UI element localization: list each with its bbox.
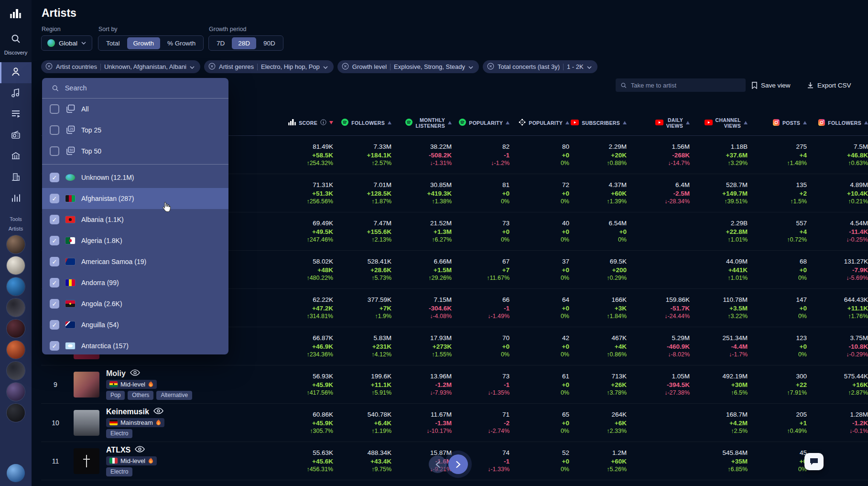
sortby-option-growth[interactable]: Growth <box>127 37 161 49</box>
support-chat-button[interactable] <box>804 453 824 470</box>
dropdown-option-american-samoa-19-[interactable]: ✓American Samoa (19) <box>42 251 228 272</box>
dropdown-search-input[interactable] <box>65 84 219 92</box>
checkbox-checked[interactable]: ✓ <box>50 257 59 266</box>
artist-thumbnail[interactable] <box>74 448 99 474</box>
genre-tag[interactable]: Alternative <box>156 391 192 400</box>
artist-search-input[interactable] <box>631 82 741 89</box>
sidebar-item-playlists[interactable] <box>0 104 32 125</box>
dropdown-option-unknown-12-1m-[interactable]: ✓Unknown (12.1M) <box>42 167 228 188</box>
genre-tag[interactable]: Others <box>128 391 153 400</box>
filter-chip-artist-genres[interactable]: Artist genresElectro, Hip hop, Pop <box>204 60 334 73</box>
app-logo-icon[interactable] <box>0 0 32 28</box>
dropdown-option-top-50[interactable]: 50Top 50 <box>42 141 228 162</box>
pinned-artist-avatar[interactable] <box>7 298 25 317</box>
column-header-instagram-followers[interactable]: FOLLOWERS <box>808 119 868 127</box>
sort-ascending-icon[interactable] <box>864 121 868 124</box>
sidebar-item-charts[interactable] <box>0 188 32 210</box>
save-view-button[interactable]: Save view <box>751 79 791 91</box>
remove-filter-icon[interactable] <box>487 63 494 71</box>
sortby-option--growth[interactable]: % Growth <box>161 37 202 49</box>
sort-ascending-icon[interactable] <box>448 121 452 124</box>
dropdown-option-andorra-99-[interactable]: ✓Andorra (99) <box>42 272 228 293</box>
dropdown-option-afghanistan-287-[interactable]: ✓Afghanistan (287) <box>42 188 228 209</box>
sidebar-item-radio[interactable] <box>0 125 32 146</box>
growth-period-option-90d[interactable]: 90D <box>257 37 282 49</box>
column-header-youtube-channel-views[interactable]: CHANNEL VIEWS <box>691 117 749 129</box>
artist-thumbnail[interactable] <box>74 372 99 398</box>
sort-ascending-icon[interactable] <box>388 121 391 124</box>
dropdown-option-anguilla-54-[interactable]: ✓Anguilla (54) <box>42 314 228 335</box>
pinned-artist-avatar[interactable] <box>7 362 25 380</box>
dropdown-option-albania-1-1k-[interactable]: ✓Albania (1.1K) <box>42 209 228 230</box>
user-avatar[interactable] <box>7 464 25 482</box>
sidebar-item-artists[interactable] <box>0 62 32 83</box>
pinned-artist-avatar[interactable] <box>7 383 25 401</box>
watch-eye-icon[interactable] <box>130 369 140 378</box>
pinned-artist-avatar[interactable] <box>7 341 25 359</box>
checkbox-checked[interactable]: ✓ <box>50 236 59 245</box>
sort-ascending-icon[interactable] <box>623 121 627 124</box>
genre-tag[interactable]: Electro <box>106 467 132 476</box>
pinned-artist-avatar[interactable] <box>7 320 25 338</box>
dropdown-option-algeria-1-8k-[interactable]: ✓Algeria (1.8K) <box>42 230 228 251</box>
table-row-moliy[interactable]: 9MoliyMid-levelPopOthersAlternative56.93… <box>41 365 868 404</box>
sortby-option-total[interactable]: Total <box>100 37 126 49</box>
genre-tag[interactable]: Electro <box>106 429 132 438</box>
watch-eye-icon[interactable] <box>135 446 145 454</box>
column-header-viberate-score[interactable]: SCORE <box>271 119 334 126</box>
checkbox-unchecked[interactable] <box>50 146 59 156</box>
column-header-spotify-followers[interactable]: FOLLOWERS <box>334 119 392 127</box>
checkbox-checked[interactable]: ✓ <box>50 341 59 351</box>
remove-filter-icon[interactable] <box>208 63 216 71</box>
sort-ascending-icon[interactable] <box>506 121 510 124</box>
checkbox-unchecked[interactable] <box>50 125 59 135</box>
checkbox-checked[interactable]: ✓ <box>50 320 59 330</box>
artist-name[interactable]: ATLXS <box>106 446 130 454</box>
sort-ascending-icon[interactable] <box>686 121 690 124</box>
next-page-button[interactable] <box>448 454 468 474</box>
column-header-dots-popularity[interactable]: POPULARITY <box>510 119 570 127</box>
checkbox-checked[interactable]: ✓ <box>50 215 59 224</box>
column-header-youtube-subscribers[interactable]: SUBSCRIBERS <box>570 120 628 126</box>
table-row-keinemusik[interactable]: 10KeinemusikMainstreamElectro60.86K+45.9… <box>41 404 868 442</box>
checkbox-checked[interactable]: ✓ <box>50 194 59 203</box>
prev-page-button[interactable] <box>429 455 446 473</box>
sort-descending-icon[interactable] <box>329 121 333 124</box>
dropdown-option-antarctica-157-[interactable]: ✓Antarctica (157) <box>42 335 228 354</box>
column-header-youtube-daily-views[interactable]: DAILY VIEWS <box>628 117 691 129</box>
column-header-spotify-popularity[interactable]: POPULARITY <box>453 119 510 127</box>
remove-filter-icon[interactable] <box>45 63 53 71</box>
sort-ascending-icon[interactable] <box>803 121 807 124</box>
search-icon[interactable] <box>0 28 32 50</box>
checkbox-checked[interactable]: ✓ <box>50 278 59 287</box>
artist-thumbnail[interactable] <box>74 410 99 436</box>
pinned-artist-avatar[interactable] <box>7 404 25 422</box>
sort-ascending-icon[interactable] <box>565 121 569 124</box>
artist-name[interactable]: Keinemusik <box>106 408 149 416</box>
column-header-spotify-monthly-listeners[interactable]: MONTHLY LISTENERS <box>392 117 453 129</box>
dropdown-option-all[interactable]: All <box>42 99 228 120</box>
column-header-instagram-posts[interactable]: POSTS <box>749 119 808 127</box>
growth-period-option-28d[interactable]: 28D <box>232 37 256 49</box>
genre-tag[interactable]: Pop <box>106 391 125 400</box>
pinned-artist-avatar[interactable] <box>7 277 25 296</box>
remove-filter-icon[interactable] <box>342 63 349 71</box>
watch-eye-icon[interactable] <box>153 408 163 416</box>
sidebar-item-labels[interactable] <box>0 167 32 188</box>
pinned-artist-avatar[interactable] <box>7 256 25 275</box>
filter-chip-total-concerts-last-3y-[interactable]: Total concerts (last 3y)1 - 2K <box>483 60 597 73</box>
dropdown-option-angola-2-6k-[interactable]: ✓Angola (2.6K) <box>42 293 228 314</box>
sort-ascending-icon[interactable] <box>744 121 748 124</box>
pinned-artist-avatar[interactable] <box>7 235 25 254</box>
checkbox-unchecked[interactable] <box>50 104 59 114</box>
region-select[interactable]: Global <box>41 35 92 51</box>
dropdown-option-top-25[interactable]: 25Top 25 <box>42 120 228 141</box>
sidebar-item-tracks[interactable] <box>0 83 32 104</box>
growth-period-option-7d[interactable]: 7D <box>210 37 231 49</box>
export-csv-button[interactable]: Export CSV <box>807 79 851 91</box>
filter-chip-artist-countries[interactable]: Artist countriesUnknown, Afghanistan, Al… <box>41 60 200 73</box>
info-icon[interactable] <box>320 119 326 126</box>
checkbox-checked[interactable]: ✓ <box>50 173 59 182</box>
filter-chip-growth-level[interactable]: Growth levelExplosive, Strong, Steady <box>337 60 479 73</box>
sidebar-item-festivals[interactable] <box>0 146 32 167</box>
